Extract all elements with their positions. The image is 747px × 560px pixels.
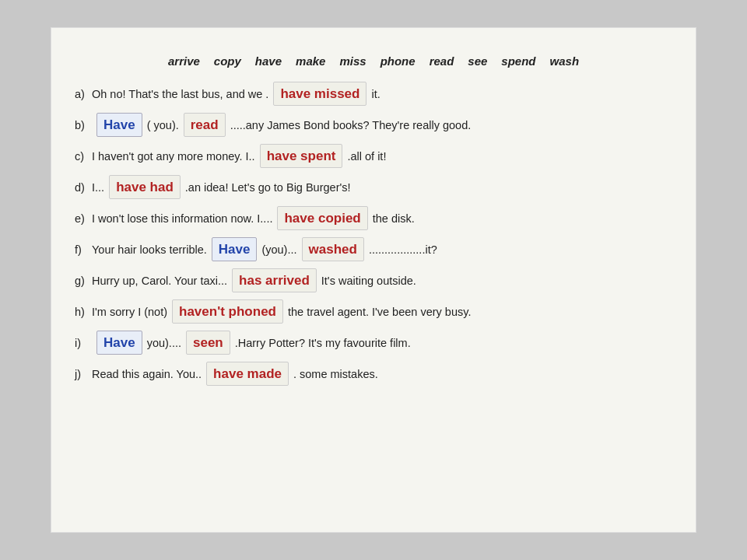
sentence-text: It's waiting outside. — [321, 272, 416, 290]
sentence-row: h) I'm sorry I (not)haven't phonedthe tr… — [75, 299, 672, 326]
word-box-item: see — [468, 54, 487, 68]
answer-box: has arrived — [232, 268, 317, 292]
answer-box: washed — [302, 237, 364, 261]
word-box-item: arrive — [168, 54, 200, 68]
word-box-item: wash — [550, 54, 580, 68]
word-box-item: read — [430, 54, 454, 68]
sentence-label: h) — [75, 303, 92, 321]
answer-box: have had — [109, 175, 181, 199]
sentence-text: .....any James Bond books? They're reall… — [230, 117, 472, 135]
sentence-row: a) Oh no! That's the last bus, and we .h… — [75, 82, 672, 108]
word-box-item: make — [296, 54, 325, 68]
sentence-text: .all of it! — [347, 148, 386, 166]
sentence-text: I'm sorry I (not) — [92, 303, 167, 321]
answer-box: Have — [96, 331, 142, 355]
sentence-text: .Harry Potter? It's my favourite film. — [235, 334, 411, 352]
sentence-row: d) I...have had.an idea! Let's go to Big… — [75, 175, 672, 201]
word-box-item: phone — [381, 54, 416, 68]
sentence-label: a) — [75, 86, 92, 103]
sentence-label: i) — [75, 334, 92, 352]
sentence-row: j) Read this again. You..have made. some… — [75, 362, 672, 388]
word-box-item: have — [255, 54, 282, 68]
sentence-text: ( you). — [147, 117, 179, 135]
sentence-text: Hurry up, Carol. Your taxi... — [92, 272, 227, 290]
sentence-row: b) Have( you).read.....any James Bond bo… — [75, 113, 672, 139]
sentence-text: Your hair looks terrible. — [92, 241, 207, 259]
sentence-text: you).... — [147, 334, 181, 352]
answer-box: Have — [212, 237, 258, 261]
answer-box: have spent — [260, 144, 343, 168]
sentence-text: the travel agent. I've been very busy. — [288, 303, 471, 321]
sentence-label: c) — [75, 148, 92, 166]
answer-box: haven't phoned — [172, 299, 283, 324]
answer-box: seen — [186, 331, 230, 355]
sentence-row: g) Hurry up, Carol. Your taxi...has arri… — [75, 268, 672, 295]
sentence-text: Oh no! That's the last bus, and we . — [92, 86, 268, 103]
answer-box: have made — [206, 362, 289, 386]
sentence-text: ..................it? — [369, 241, 437, 259]
sentence-row: f) Your hair looks terrible.Have(you)...… — [75, 237, 672, 264]
sentence-label: g) — [75, 272, 92, 290]
sentence-text: the disk. — [373, 210, 415, 228]
word-box-item: spend — [501, 54, 535, 68]
word-box-item: copy — [214, 54, 241, 68]
sentence-label: e) — [75, 210, 92, 228]
sentence-label: j) — [75, 366, 92, 383]
answer-box: Have — [96, 113, 142, 137]
word-box-item: miss — [339, 54, 366, 68]
sentence-row: e) I won't lose this information now. I.… — [75, 206, 672, 233]
sentence-text: I... — [92, 179, 104, 197]
sentence-text: I haven't got any more money. I.. — [92, 148, 255, 166]
sentence-row: i) Haveyou)....seen.Harry Potter? It's m… — [75, 331, 672, 357]
sentence-label: f) — [75, 241, 92, 259]
sentence-text: I won't lose this information now. I.... — [92, 210, 272, 228]
sentence-text: it. — [371, 86, 380, 103]
sentence-label: d) — [75, 179, 92, 197]
sentence-label: b) — [75, 117, 92, 135]
answer-box: have missed — [273, 82, 366, 106]
sentence-row: c) I haven't got any more money. I..have… — [75, 144, 672, 170]
answer-box: have copied — [277, 206, 367, 230]
sentence-text: . some mistakes. — [293, 366, 378, 383]
word-box: arrivecopyhavemakemissphonereadseespendw… — [75, 54, 672, 68]
sentence-text: Read this again. You.. — [92, 366, 202, 383]
sentences-container: a) Oh no! That's the last bus, and we .h… — [75, 82, 672, 388]
main-card: arrivecopyhavemakemissphonereadseespendw… — [51, 27, 696, 533]
sentence-text: (you)... — [261, 241, 296, 259]
answer-box: read — [184, 113, 226, 137]
sentence-text: .an idea! Let's go to Big Burger's! — [185, 179, 351, 197]
